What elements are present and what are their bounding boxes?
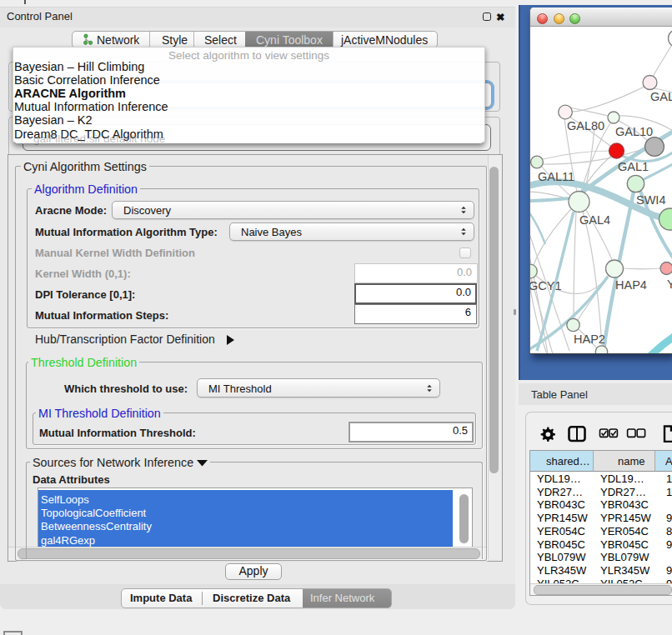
svg-text:GAL4: GAL4: [579, 213, 610, 227]
svg-text:GAL10: GAL10: [615, 125, 653, 138]
svg-text:HAP2: HAP2: [574, 332, 605, 346]
svg-text:GAL: GAL: [650, 90, 672, 103]
svg-text:GAL1: GAL1: [618, 160, 649, 173]
svg-text:GAL11: GAL11: [538, 170, 574, 183]
svg-text:SWI4: SWI4: [636, 193, 665, 207]
svg-text:HAP4: HAP4: [615, 278, 647, 292]
svg-text:GCY1: GCY1: [530, 279, 562, 292]
svg-text:GAL80: GAL80: [567, 119, 604, 132]
svg-text:Y: Y: [667, 278, 672, 291]
